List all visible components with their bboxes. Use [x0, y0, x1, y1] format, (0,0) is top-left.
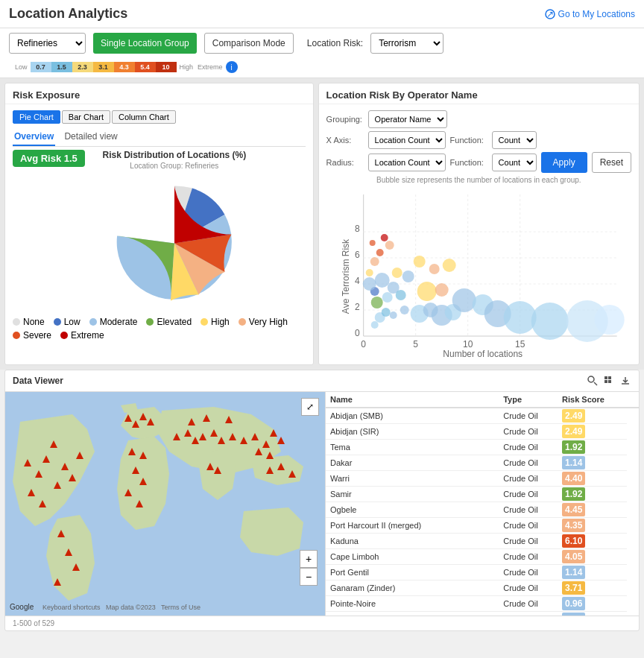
table-row[interactable]: Pointe-NoireCrude Oil0.96: [326, 596, 639, 612]
svg-text:15: 15: [515, 339, 525, 349]
download-icon[interactable]: [619, 375, 631, 387]
tab-detailed[interactable]: Detailed view: [63, 128, 119, 146]
cell-type: Crude Oil: [499, 612, 558, 616]
cell-name: Cape Limboh: [326, 549, 499, 565]
data-viewer: Data Viewer: [4, 370, 640, 631]
location-group-select[interactable]: Refineries: [9, 33, 86, 54]
svg-text:0: 0: [361, 339, 366, 349]
table-row[interactable]: WarriCrude Oil4.40: [326, 471, 639, 487]
bar-chart-btn[interactable]: Bar Chart: [62, 110, 110, 124]
map-expand-button[interactable]: ⤢: [301, 398, 319, 416]
cell-type: Crude Oil: [499, 581, 558, 596]
table-row[interactable]: RPCC (Potiguar Clara Camarao)Crude Oil1.…: [326, 612, 639, 616]
legend-extreme: Extreme: [60, 330, 104, 341]
cell-type: Crude Oil: [499, 518, 558, 534]
cell-type: Crude Oil: [499, 596, 558, 612]
legend-severe: Severe: [13, 330, 51, 341]
dv-toolbar-icons: [587, 375, 631, 387]
pie-svg: [92, 174, 256, 312]
cell-type: Crude Oil: [499, 502, 558, 518]
reset-button[interactable]: Reset: [592, 152, 631, 173]
cell-type: Crude Oil: [499, 534, 558, 549]
high-label: High: [180, 63, 194, 71]
col-risk-score[interactable]: Risk Score: [558, 392, 627, 408]
single-location-group-button[interactable]: Single Location Group: [93, 33, 197, 54]
col-name[interactable]: Name: [326, 392, 499, 408]
radius-select[interactable]: Location Count: [368, 154, 446, 171]
table-row[interactable]: Abidjan (SMB)Crude Oil2.49: [326, 408, 639, 424]
svg-point-24: [381, 308, 390, 317]
radius-function-select[interactable]: Count: [492, 154, 537, 171]
svg-text:5: 5: [413, 339, 418, 349]
pie-chart-btn[interactable]: Pie Chart: [13, 110, 60, 124]
risk-type-select[interactable]: Terrorism: [370, 33, 443, 54]
table-row[interactable]: KadunaCrude Oil6.10: [326, 534, 639, 549]
table-row[interactable]: Ganaram (Zinder)Crude Oil3.71: [326, 581, 639, 596]
legend-elevated: Elevated: [146, 317, 192, 327]
risk-bar-3: 2.3: [72, 62, 93, 72]
table-row[interactable]: Port GentilCrude Oil1.14: [326, 565, 639, 581]
zoom-out-button[interactable]: −: [300, 568, 318, 586]
search-icon[interactable]: [587, 375, 599, 387]
legend-dot-moderate: [89, 318, 97, 326]
xaxis-function-select[interactable]: Count: [492, 131, 537, 149]
pagination-info: 1-500 of 529: [13, 619, 54, 627]
svg-point-46: [417, 282, 436, 301]
grouping-label: Grouping:: [326, 115, 364, 124]
table-body: Abidjan (SMB)Crude Oil2.49Abidjan (SIR)C…: [326, 408, 639, 616]
apply-button[interactable]: Apply: [541, 152, 587, 173]
cell-name: Pointe-Noire: [326, 596, 499, 612]
cell-risk-score: 4.05: [558, 549, 627, 565]
svg-text:4: 4: [355, 276, 360, 286]
svg-point-51: [503, 301, 536, 334]
table-row[interactable]: Cape LimbohCrude Oil4.05: [326, 549, 639, 565]
svg-rect-62: [604, 380, 607, 383]
col-type[interactable]: Type: [499, 392, 558, 408]
table-row[interactable]: Port Harcourt II (merged)Crude Oil4.35: [326, 518, 639, 534]
cell-type: Crude Oil: [499, 487, 558, 502]
scatter-svg: 0 2 4 6 8 0 5 10 15 Ave Terrorism Risk N…: [326, 187, 631, 358]
map-svg: [5, 392, 326, 616]
table-row[interactable]: Abidjan (SIR)Crude Oil2.49: [326, 424, 639, 440]
legend-dot-elevated: [146, 318, 154, 326]
table-icon[interactable]: [603, 375, 615, 387]
table-row[interactable]: OgbeleCrude Oil4.45: [326, 502, 639, 518]
table-row[interactable]: TemaCrude Oil1.92: [326, 440, 639, 455]
xaxis-function-label: Function:: [450, 136, 487, 145]
cell-name: Dakar: [326, 455, 499, 471]
xaxis-select[interactable]: Location Count: [368, 131, 446, 149]
cell-type: Crude Oil: [499, 471, 558, 487]
table-row[interactable]: DakarCrude Oil1.14: [326, 455, 639, 471]
radius-label: Radius:: [326, 158, 364, 167]
google-label: Google: [10, 603, 34, 611]
column-chart-btn[interactable]: Column Chart: [112, 110, 176, 124]
tab-overview[interactable]: Overview: [13, 128, 55, 146]
svg-point-30: [374, 273, 389, 288]
cell-type: Crude Oil: [499, 565, 558, 581]
svg-point-27: [382, 292, 392, 303]
cell-risk-score: 1.14: [558, 565, 627, 581]
grouping-select[interactable]: Operator Name: [368, 110, 447, 128]
legend-dot-high: [201, 318, 208, 326]
cell-name: Ogbele: [326, 502, 499, 518]
svg-text:2: 2: [355, 302, 360, 312]
svg-point-55: [413, 256, 425, 268]
low-label: Low: [15, 63, 28, 71]
legend-none: None: [13, 317, 45, 327]
comparison-mode-button[interactable]: Comparison Mode: [204, 33, 294, 54]
cell-name: Ganaram (Zinder): [326, 581, 499, 596]
svg-rect-61: [608, 376, 611, 379]
chart-subtitle: Location Group: Refineries: [130, 162, 218, 170]
col-scroll: [627, 392, 639, 408]
risk-exposure-body: Pie Chart Bar Chart Column Chart Overvie…: [5, 104, 313, 347]
data-table-area: Name Type Risk Score Abidjan (SMB)Crude …: [326, 392, 639, 616]
zoom-in-button[interactable]: +: [300, 550, 318, 568]
chart-title: Risk Distribution of Locations (%): [103, 150, 247, 160]
svg-point-36: [376, 249, 383, 256]
svg-text:6: 6: [355, 250, 360, 260]
cell-type: Crude Oil: [499, 424, 558, 440]
table-row[interactable]: SamirCrude Oil1.92: [326, 487, 639, 502]
cell-risk-score: 1.92: [558, 487, 627, 502]
info-icon[interactable]: i: [226, 61, 238, 73]
go-to-locations-link[interactable]: ↗ Go to My Locations: [545, 9, 635, 19]
